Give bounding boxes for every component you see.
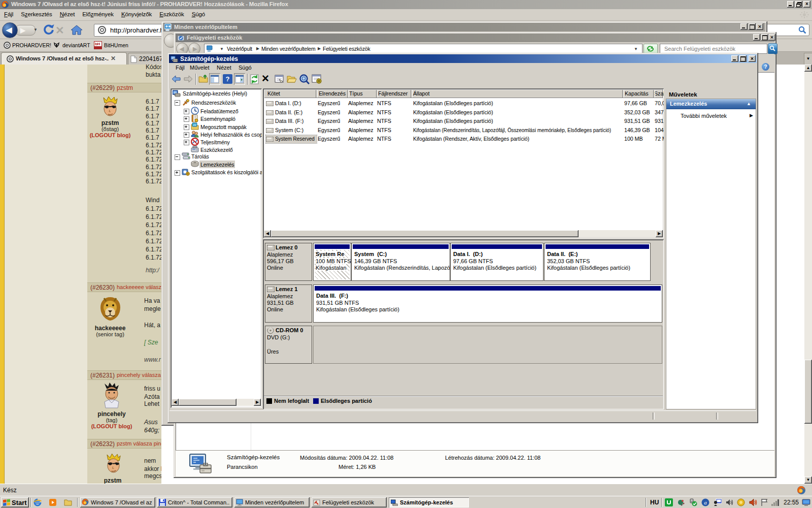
svg-text:?: ? (226, 75, 230, 83)
svg-text:22: 22 (193, 123, 196, 126)
svg-text:a: a (704, 499, 707, 505)
